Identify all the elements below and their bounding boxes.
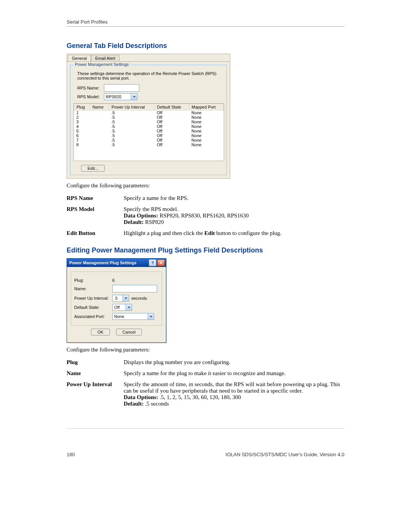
chevron-down-icon[interactable]: [123, 295, 129, 301]
table-cell: .5: [109, 129, 155, 133]
page-header: Serial Port Profiles: [67, 19, 344, 25]
edit-button[interactable]: Edit...: [81, 165, 105, 172]
table-cell: None: [189, 120, 223, 124]
table-row[interactable]: 4.5OffNone: [74, 124, 224, 129]
dlg-port-select[interactable]: None: [112, 313, 154, 320]
param-desc: Specify the RPS model. Data Options: RSP…: [124, 204, 344, 228]
param-key: Edit Button: [67, 228, 124, 239]
table-row[interactable]: 7.5OffNone: [74, 138, 224, 142]
table-row[interactable]: 5.5OffNone: [74, 129, 224, 133]
dlg-state-value: Off: [113, 304, 126, 310]
column-header[interactable]: Name: [90, 104, 109, 110]
table-row[interactable]: 3.5OffNone: [74, 120, 224, 124]
dlg-port-label: Associated Port:: [74, 314, 112, 319]
dlg-interval-select[interactable]: .5: [112, 295, 129, 302]
footer-rule: [67, 428, 344, 429]
rps-model-label: RPS Model:: [77, 94, 104, 99]
tab-general[interactable]: General: [68, 55, 91, 61]
section2-intro: Configure the following parameters:: [67, 347, 344, 353]
table-cell: Off: [155, 115, 189, 120]
table-cell: None: [189, 133, 223, 138]
dlg-state-select[interactable]: Off: [112, 304, 132, 311]
table-cell: [90, 120, 109, 124]
table-cell: .5: [109, 138, 155, 142]
table-cell: 3: [74, 120, 90, 124]
rps-name-input[interactable]: [104, 84, 139, 92]
table-cell: .5: [109, 133, 155, 138]
table-cell: None: [189, 138, 223, 142]
rps-name-label: RPS Name:: [77, 86, 104, 90]
fieldset-title: Power Management Settings: [73, 62, 130, 67]
param-desc: Specify the amount of time, in seconds, …: [124, 379, 344, 409]
table-cell: [90, 138, 109, 142]
table-cell: 6: [74, 133, 90, 138]
table-row: Power Up Interval Specify the amount of …: [67, 379, 344, 409]
table-cell: Off: [155, 124, 189, 129]
dlg-name-label: Name:: [74, 286, 112, 291]
column-header[interactable]: Power Up Interval: [109, 104, 155, 110]
table-cell: .5: [109, 142, 155, 147]
table-row[interactable]: 1.5OffNone: [74, 110, 224, 115]
close-icon[interactable]: [157, 259, 165, 266]
dlg-interval-value: .5: [113, 295, 123, 301]
table-row[interactable]: 2.5OffNone: [74, 115, 224, 120]
dlg-plug-value: 6: [112, 278, 115, 283]
dialog-titlebar[interactable]: Power Management Plug Settings ?: [67, 259, 166, 267]
table-cell: .5: [109, 120, 155, 124]
rps-model-select[interactable]: RPS820: [104, 93, 137, 100]
page-number: 180: [67, 452, 75, 457]
table-cell: 1: [74, 110, 90, 115]
table-cell: None: [189, 110, 223, 115]
param-desc: Specify a name for the RPS.: [124, 193, 344, 204]
cancel-button[interactable]: Cancel: [116, 329, 142, 335]
section1-title: General Tab Field Descriptions: [67, 42, 344, 50]
column-header[interactable]: Default State: [155, 104, 189, 110]
plug-table[interactable]: PlugNamePower Up IntervalDefault StateMa…: [73, 103, 224, 161]
dialog-fieldset: Plug: 6 Name: Power Up Interval: .5 seco…: [71, 272, 162, 326]
tab-email-alert[interactable]: Email Alert: [91, 55, 119, 61]
table-row[interactable]: 6.5OffNone: [74, 133, 224, 138]
chevron-down-icon[interactable]: [148, 313, 154, 320]
table-cell: [90, 115, 109, 120]
general-tab-ui: General Email Alert Power Management Set…: [67, 54, 230, 179]
section1-intro: Configure the following parameters:: [67, 182, 344, 189]
table-row: RPS Model Specify the RPS model. Data Op…: [67, 204, 344, 228]
table-cell: 8: [74, 142, 90, 147]
table-cell: None: [189, 129, 223, 133]
param-key: Power Up Interval: [67, 379, 124, 409]
table-cell: None: [189, 124, 223, 129]
param-desc: Highlight a plug and then click the Edit…: [124, 228, 344, 239]
doc-title: IOLAN SDS/SCS/STS/MDC User's Guide, Vers…: [226, 452, 344, 457]
header-rule: [67, 26, 344, 27]
table-cell: Off: [155, 138, 189, 142]
table-cell: Off: [155, 110, 189, 115]
table-row[interactable]: 8.5OffNone: [74, 142, 224, 147]
table-cell: None: [189, 115, 223, 120]
page-footer: 180 IOLAN SDS/SCS/STS/MDC User's Guide, …: [67, 452, 344, 457]
dlg-name-input[interactable]: [112, 285, 157, 292]
column-header[interactable]: Plug: [74, 104, 90, 110]
dlg-port-value: None: [113, 313, 148, 320]
section2-title: Editing Power Management Plug Settings F…: [67, 246, 344, 254]
help-icon[interactable]: ?: [149, 259, 156, 266]
ok-button[interactable]: OK: [91, 329, 110, 335]
table-row: Plug Displays the plug number you are co…: [67, 357, 344, 368]
table-row: Edit Button Highlight a plug and then cl…: [67, 228, 344, 239]
table-row: RPS Name Specify a name for the RPS.: [67, 193, 344, 204]
param-desc: Specify a name for the plug to make it e…: [124, 368, 344, 379]
param-key: RPS Name: [67, 193, 124, 204]
chevron-down-icon[interactable]: [126, 304, 132, 310]
table-cell: 4: [74, 124, 90, 129]
chevron-down-icon[interactable]: [131, 94, 137, 100]
param-key: Plug: [67, 357, 124, 368]
table-cell: .5: [109, 115, 155, 120]
table-row: Name Specify a name for the plug to make…: [67, 368, 344, 379]
rps-model-value: RPS820: [104, 94, 131, 100]
dlg-interval-label: Power Up Interval:: [74, 296, 112, 300]
table-cell: [90, 110, 109, 115]
column-header[interactable]: Mapped Port: [189, 104, 223, 110]
plug-settings-dialog: Power Management Plug Settings ? Plug: 6…: [67, 258, 166, 343]
table-cell: .5: [109, 110, 155, 115]
dlg-interval-unit: seconds: [131, 296, 147, 300]
table-cell: .5: [109, 124, 155, 129]
